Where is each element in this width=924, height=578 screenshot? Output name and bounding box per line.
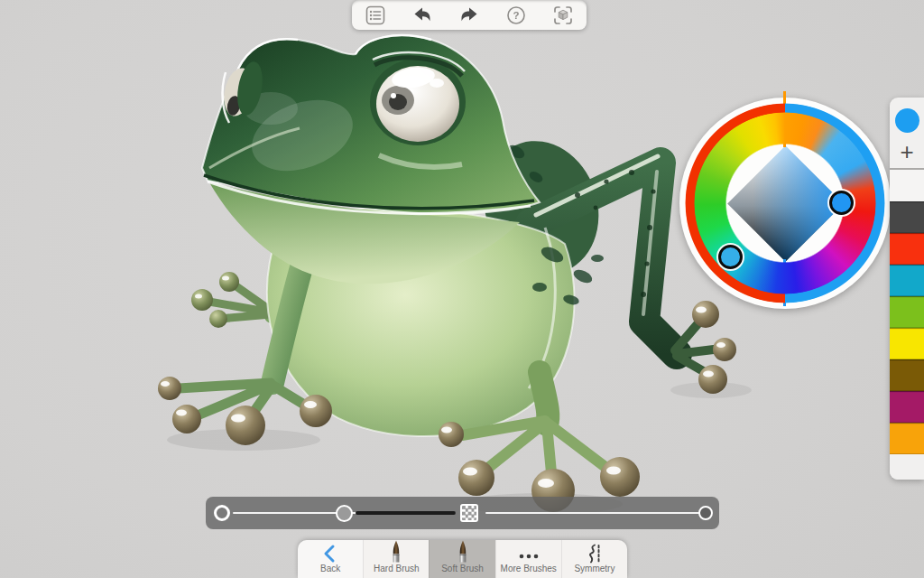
fit-to-view-cube-icon[interactable] [548, 3, 578, 28]
soft-brush-button[interactable]: Soft Brush [429, 540, 494, 578]
hard-brush-button[interactable]: Hard Brush [363, 540, 429, 578]
right-slider-handle[interactable] [698, 506, 713, 520]
panel-footer [890, 454, 924, 480]
color-swatch[interactable] [890, 233, 924, 265]
left-slider-fill [356, 511, 457, 515]
svg-text:?: ? [513, 10, 519, 21]
color-swatch[interactable] [890, 265, 924, 296]
symmetry-button[interactable]: Symmetry [561, 540, 627, 578]
transparency-checker-icon [460, 504, 478, 522]
more-dots-icon [517, 542, 541, 564]
color-swatch[interactable] [890, 201, 924, 233]
hard-brush-icon [389, 542, 403, 564]
app-window: ? + [0, 0, 924, 578]
back-button[interactable]: Back [298, 540, 363, 578]
color-swatch[interactable] [890, 359, 924, 391]
symmetry-icon [584, 542, 605, 564]
more-brushes-button[interactable]: More Brushes [495, 540, 561, 578]
color-swatch-panel: + [890, 98, 924, 480]
bottom-toolbar: Back [298, 540, 627, 578]
back-label: Back [320, 564, 340, 574]
color-swatch[interactable] [890, 423, 924, 454]
color-swatch[interactable] [890, 296, 924, 328]
frog-artwork [158, 35, 752, 515]
undo-icon[interactable] [407, 3, 438, 28]
more-brushes-label: More Brushes [501, 564, 557, 574]
current-color-dot[interactable] [895, 108, 919, 133]
back-chevron-icon [321, 542, 339, 564]
help-icon[interactable]: ? [501, 3, 531, 28]
color-swatch[interactable] [890, 328, 924, 359]
opacity-slider-track[interactable] [485, 512, 706, 514]
redo-icon[interactable] [454, 3, 485, 28]
brush-size-dot-icon [214, 505, 230, 521]
empty-swatch-slot[interactable] [890, 170, 924, 201]
brush-slider-bar [206, 497, 719, 529]
hue-ring-handle[interactable] [718, 245, 743, 269]
saturation-handle[interactable] [829, 191, 854, 215]
soft-brush-label: Soft Brush [441, 564, 484, 574]
symmetry-label: Symmetry [574, 564, 614, 574]
swatch-list [890, 201, 924, 454]
left-slider-handle[interactable] [336, 505, 353, 522]
add-swatch-button[interactable]: + [900, 140, 913, 163]
hard-brush-label: Hard Brush [374, 564, 420, 574]
soft-brush-icon [456, 542, 470, 564]
top-toolbar: ? [352, 0, 587, 30]
color-swatch[interactable] [890, 391, 924, 423]
brush-list-icon[interactable] [360, 3, 391, 28]
